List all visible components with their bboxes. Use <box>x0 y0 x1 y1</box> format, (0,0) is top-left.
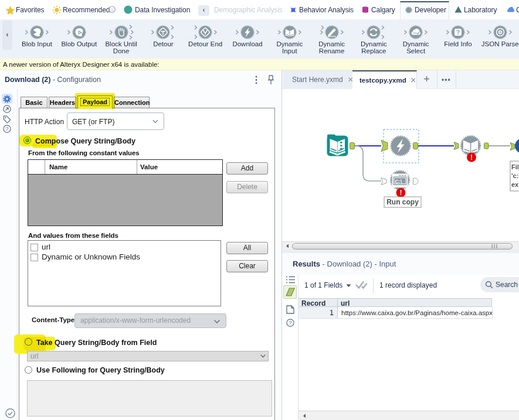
svg-text:'c:: 'c: <box>511 172 518 179</box>
svg-text:!: ! <box>400 189 402 197</box>
svg-text:!: ! <box>470 153 473 162</box>
svg-text:i: i <box>111 7 113 12</box>
svg-text:?: ? <box>5 126 8 132</box>
svg-text:?: ? <box>456 29 460 36</box>
svg-text:Fil: Fil <box>511 163 519 170</box>
svg-text:ex: ex <box>511 181 519 188</box>
svg-text:Run copy: Run copy <box>386 198 419 206</box>
svg-text:?: ? <box>289 320 291 326</box>
svg-text:C:\_: C:\_ <box>395 179 406 185</box>
